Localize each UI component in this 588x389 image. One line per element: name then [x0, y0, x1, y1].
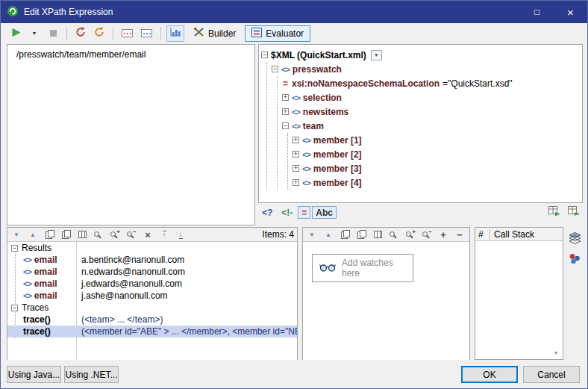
run-options-dropdown[interactable]: ▼ — [26, 25, 43, 42]
watches-placeholder: Add watches here — [342, 258, 406, 278]
tree-row-attribute[interactable]: = xsi:noNamespaceSchemaLocation ="QuickS… — [282, 76, 580, 90]
magnifier-minus-icon: − — [422, 230, 432, 240]
xml-source-dropdown[interactable]: ▼ — [371, 50, 382, 60]
copy-result-button[interactable] — [565, 205, 583, 221]
maximize-button[interactable]: □ — [520, 1, 554, 23]
sort-ascending-button[interactable]: ▲ — [322, 228, 334, 240]
expand-toggle[interactable]: + — [293, 151, 299, 158]
using-dotnet-button[interactable]: Using .NET... — [64, 366, 119, 383]
copy-all-button[interactable] — [355, 228, 367, 240]
scroll-down-button[interactable]: ▼ — [551, 347, 561, 358]
magnifier-plus-icon: + — [110, 230, 120, 240]
breakpoints-button[interactable] — [119, 25, 136, 42]
zoom-out-button[interactable]: − — [421, 228, 433, 240]
element-icon: <> — [23, 267, 31, 276]
glasses-icon — [319, 263, 336, 274]
expand-toggle[interactable]: − — [11, 305, 18, 311]
expand-toggle[interactable]: + — [293, 137, 299, 143]
using-java-button[interactable]: Using Java... — [7, 366, 61, 383]
result-row[interactable]: <>email j.ashe@nanonull.com — [7, 290, 297, 302]
spheres-tab-button[interactable] — [566, 251, 583, 269]
traces-group-row[interactable]: −Traces — [7, 302, 297, 314]
tree-row-presswatch[interactable]: − <> presswatch — [272, 62, 580, 76]
columns-button[interactable] — [76, 228, 88, 240]
run-evaluation-button[interactable] — [7, 25, 24, 42]
tree-row-newsitems[interactable]: + <> newsitems — [282, 105, 580, 119]
toggle-attributes[interactable]: = — [298, 206, 310, 219]
zoom-in-button[interactable]: + — [404, 228, 416, 240]
toggle-comments[interactable]: <!- — [278, 206, 296, 219]
add-watch-button[interactable]: + — [437, 228, 449, 240]
stop-evaluation-button[interactable] — [45, 25, 61, 42]
sort-ascending-button[interactable]: ▲ — [27, 228, 39, 240]
expand-toggle[interactable]: − — [282, 122, 289, 129]
tree-row-member-4[interactable]: + <> member [4] — [293, 175, 580, 190]
result-row[interactable]: <>email j.edwards@nanonull.com — [7, 278, 297, 290]
expand-toggle[interactable]: + — [293, 179, 299, 186]
export-result-button[interactable] — [545, 205, 563, 221]
copy-all-button[interactable] — [60, 228, 72, 240]
element-icon: <> — [292, 93, 300, 102]
sort-descending-button[interactable]: ▼ — [306, 228, 318, 240]
plus-icon: + — [440, 230, 446, 240]
tree-row-member-2[interactable]: + <> member [2] — [293, 147, 580, 161]
tree-row-root[interactable]: − $XML (QuickStart.xml) ▼ — [261, 48, 580, 62]
ok-button[interactable]: OK — [461, 366, 518, 383]
trace-value: (<team> ... </team>) — [76, 314, 163, 325]
toggle-processing-instructions[interactable]: <? — [258, 206, 276, 219]
cancel-button[interactable]: Cancel — [523, 366, 580, 383]
columns-icon — [78, 231, 87, 238]
trace-row-selected[interactable]: trace() (<member id="ABE" > ... </member… — [7, 326, 297, 337]
watches-pane: ▼ ▲ + − + − Add watches here — [302, 227, 470, 360]
chevron-down-icon: ▼ — [374, 53, 378, 57]
expand-toggle[interactable]: + — [282, 108, 289, 115]
expand-toggle[interactable]: + — [282, 94, 289, 101]
magnifier-minus-icon: − — [126, 230, 137, 240]
tree-row-team[interactable]: − <> team — [282, 119, 580, 133]
show-result-chart-button[interactable] — [166, 25, 184, 42]
go-to-bottom-button[interactable]: ↓ — [175, 228, 187, 240]
add-watches-target[interactable]: Add watches here — [312, 254, 413, 282]
zoom-in-button[interactable]: + — [109, 228, 121, 240]
result-row[interactable]: <>email a.bentinck@nanonull.com — [7, 254, 297, 266]
layers-tab-button[interactable] — [566, 230, 583, 248]
expand-toggle[interactable]: − — [11, 245, 18, 252]
go-to-top-button[interactable]: ↑ — [158, 228, 170, 240]
titlebar: Edit XPath Expression □ × — [1, 1, 587, 23]
trace-row[interactable]: trace() (<team> ... </team>) — [7, 314, 297, 326]
results-group-row[interactable]: −Results — [7, 242, 297, 254]
copy-icon — [46, 230, 54, 239]
close-button[interactable]: × — [554, 1, 587, 23]
columns-button[interactable] — [372, 228, 384, 240]
results-list: −Results <>email a.bentinck@nanonull.com… — [7, 242, 297, 360]
expand-toggle[interactable]: − — [261, 52, 268, 58]
sort-descending-button[interactable]: ▼ — [10, 228, 22, 240]
toolbar-separator — [66, 27, 67, 40]
zoom-button[interactable] — [388, 228, 400, 240]
expand-toggle[interactable]: + — [293, 165, 299, 172]
tracepoints-button[interactable] — [138, 25, 155, 42]
copy-button[interactable] — [43, 228, 55, 240]
result-row[interactable]: <>email n.edwards@nanonull.com — [7, 266, 297, 278]
expand-toggle[interactable]: − — [272, 66, 278, 72]
clear-results-button[interactable]: × — [142, 228, 154, 240]
zoom-out-button[interactable]: − — [125, 228, 137, 240]
evaluator-tab-button[interactable]: Evaluator — [245, 25, 310, 42]
magnifier-icon — [93, 230, 104, 240]
edit-xpath-dialog: Edit XPath Expression □ × ▼ — [0, 0, 588, 389]
builder-tab-button[interactable]: Builder — [187, 25, 243, 42]
copy-all-icon — [357, 230, 366, 239]
step-into-button[interactable] — [72, 25, 89, 42]
call-stack-title: Call Stack — [490, 229, 534, 240]
toggle-text-content[interactable]: Abc — [312, 206, 337, 219]
tree-row-member-1[interactable]: + <> member [1] — [293, 133, 580, 147]
tree-row-selection[interactable]: + <> selection — [282, 90, 580, 105]
copy-button[interactable] — [339, 228, 351, 240]
remove-watch-button[interactable]: − — [454, 228, 466, 240]
step-out-button[interactable] — [91, 25, 107, 42]
zoom-button[interactable] — [93, 228, 104, 240]
arrow-to-bottom-icon: ↓ — [179, 231, 183, 239]
xpath-expression-editor[interactable]: /presswatch/team/member/email — [7, 44, 255, 225]
tree-row-member-3[interactable]: + <> member [3] — [293, 161, 580, 175]
main-toolbar: ▼ Builder Evaluator — [1, 23, 587, 43]
